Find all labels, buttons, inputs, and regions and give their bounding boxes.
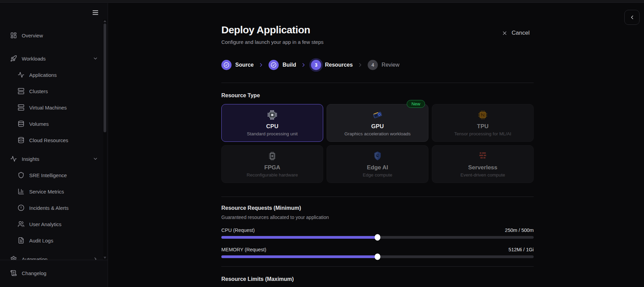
sidebar-item-user-analytics[interactable]: User Analytics — [0, 217, 103, 231]
scrollbar-thumb[interactable] — [104, 23, 106, 132]
collapse-panel-button[interactable] — [624, 10, 640, 25]
resource-type-cards: CPU Standard processing unit New — [221, 104, 534, 183]
tpu-chip-icon — [477, 109, 488, 120]
sidebar-footer: Changelog — [0, 260, 108, 287]
shield-icon — [18, 172, 24, 179]
memory-request-label: MEMORY (Request) — [221, 247, 266, 252]
chevron-right-icon — [300, 62, 307, 68]
step-complete-check-icon — [221, 60, 232, 70]
cpu-request-group: CPU (Request) 250m / 500m — [221, 227, 534, 239]
alert-circle-icon — [18, 204, 24, 211]
sidebar-item-workloads[interactable]: Workloads — [0, 52, 103, 65]
page-subtitle: Configure and launch your app in a few s… — [221, 39, 534, 45]
deploy-wizard: Deploy Application Configure and launch … — [221, 3, 534, 282]
sidebar-item-insights[interactable]: Insights — [0, 152, 103, 166]
step-label: Source — [235, 62, 254, 68]
main-panel: Cancel Deploy Application Configure and … — [108, 3, 644, 287]
cpu-request-slider[interactable] — [221, 236, 534, 239]
sidebar-item-sre-intelligence[interactable]: SRE Intelligence — [0, 168, 103, 182]
server-icon — [18, 104, 24, 111]
memory-request-group: MEMORY (Request) 512Mi / 1Gi — [221, 247, 534, 258]
scroll-icon — [10, 270, 17, 276]
sidebar-item-virtual-machines[interactable]: Virtual Machines — [0, 101, 103, 114]
step-label: Review — [382, 62, 399, 68]
gpu-card-icon — [372, 109, 383, 120]
slider-fill — [221, 236, 378, 239]
page-title: Deploy Application — [221, 24, 534, 36]
sidebar: Overview Workloads Applications Clusters — [0, 3, 108, 287]
resource-requests-heading: Resource Requests (Minimum) — [221, 205, 534, 211]
card-title: TPU — [477, 123, 489, 130]
sidebar-item-incidents-alerts[interactable]: Incidents & Alerts — [0, 201, 103, 215]
sidebar-item-changelog[interactable]: Changelog — [0, 266, 108, 280]
dashboard-grid-icon — [10, 32, 17, 39]
step-number: 3 — [311, 60, 321, 70]
edge-ai-shield-icon — [372, 151, 383, 162]
sidebar-item-clusters[interactable]: Clusters — [0, 84, 103, 98]
step-review[interactable]: 4 Review — [368, 60, 399, 70]
card-title: CPU — [266, 123, 278, 130]
card-desc: Event-driven compute — [460, 172, 505, 178]
resource-card-cpu[interactable]: CPU Standard processing unit — [221, 104, 323, 142]
database-icon — [18, 120, 24, 127]
sidebar-item-label: Audit Logs — [29, 238, 53, 243]
resource-card-fpga[interactable]: FPGA Reconfigurable hardware — [221, 145, 323, 183]
sidebar-item-cloud-resources[interactable]: Cloud Resources — [0, 133, 103, 147]
new-badge: New — [407, 100, 425, 108]
resource-card-gpu[interactable]: New GPU Graphics acceleration workloads — [327, 104, 428, 142]
cpu-request-label: CPU (Request) — [221, 227, 255, 233]
card-desc: Edge compute — [363, 172, 392, 178]
memory-request-slider[interactable] — [221, 255, 534, 258]
step-build[interactable]: Build — [269, 60, 296, 70]
sidebar-item-audit-logs[interactable]: Audit Logs — [0, 234, 103, 247]
sidebar-item-volumes[interactable]: Volumes — [0, 117, 103, 131]
resource-card-serverless[interactable]: Serverless Event-driven compute — [432, 145, 534, 183]
sidebar-item-label: Overview — [22, 33, 43, 38]
step-resources[interactable]: 3 Resources — [311, 60, 353, 70]
sidebar-item-label: Incidents & Alerts — [29, 205, 69, 211]
divider — [221, 83, 534, 83]
divider — [221, 266, 534, 267]
chevron-left-icon — [629, 14, 635, 20]
step-label: Resources — [325, 62, 353, 68]
card-title: FPGA — [264, 164, 280, 171]
chevron-down-icon — [93, 56, 98, 61]
card-desc: Standard processing unit — [247, 131, 297, 136]
sidebar-item-label: Changelog — [22, 270, 47, 276]
chevron-right-icon — [357, 62, 363, 68]
sidebar-item-label: User Analytics — [29, 221, 61, 227]
sidebar-item-label: SRE Intelligence — [29, 172, 67, 178]
resource-card-edge-ai[interactable]: Edge AI Edge compute — [327, 145, 428, 183]
file-text-icon — [18, 237, 24, 244]
resource-limits-heading: Resource Limits (Maximum) — [221, 276, 534, 282]
step-complete-check-icon — [269, 60, 279, 70]
sidebar-scrollbar[interactable] — [103, 19, 107, 260]
sidebar-item-applications[interactable]: Applications — [0, 68, 103, 82]
chevron-right-icon — [258, 62, 264, 68]
chevron-down-icon — [93, 156, 98, 162]
scrollbar-down-arrow[interactable] — [104, 257, 106, 259]
scrollbar-up-arrow[interactable] — [104, 20, 106, 22]
cpu-chip-icon — [267, 109, 278, 120]
sidebar-item-service-metrics[interactable]: Service Metrics — [0, 185, 103, 198]
resource-type-heading: Resource Type — [221, 92, 534, 99]
sidebar-item-label: Service Metrics — [29, 189, 64, 195]
sidebar-item-label: Applications — [29, 72, 57, 78]
resource-requests-subtitle: Guaranteed resources allocated to your a… — [221, 215, 534, 220]
cpu-request-value: 250m / 500m — [505, 227, 534, 233]
sidebar-item-overview[interactable]: Overview — [0, 29, 103, 42]
memory-request-value: 512Mi / 1Gi — [509, 247, 534, 252]
serverless-bars-icon — [477, 151, 488, 162]
step-source[interactable]: Source — [221, 60, 254, 70]
sidebar-nav: Overview Workloads Applications Clusters — [0, 3, 103, 266]
slider-thumb[interactable] — [375, 234, 381, 241]
sidebar-item-label: Volumes — [29, 121, 49, 127]
close-icon — [502, 30, 508, 36]
resource-card-tpu[interactable]: TPU Tensor processing for ML/AI — [432, 104, 534, 142]
rocket-icon — [10, 55, 17, 62]
cancel-button[interactable]: Cancel — [502, 30, 530, 36]
slider-thumb[interactable] — [375, 254, 381, 260]
step-number: 4 — [368, 60, 378, 70]
card-title: Serverless — [468, 164, 497, 171]
wizard-stepper: Source Build 3 Resources 4 — [221, 60, 534, 70]
